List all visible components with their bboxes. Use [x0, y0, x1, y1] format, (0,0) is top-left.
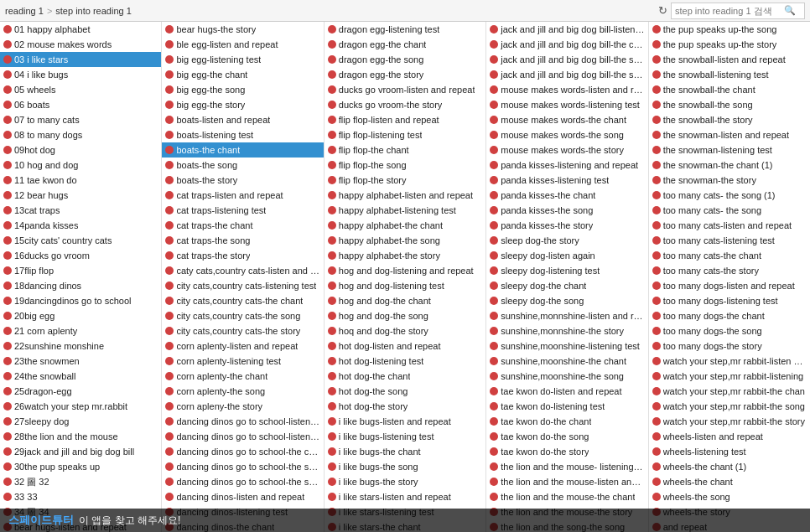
list-item[interactable]: dancing dinos go to school-listening tes…	[162, 429, 323, 444]
list-item[interactable]: corn aplenty-listening test	[162, 354, 323, 369]
list-item[interactable]: too many dogs-listening test	[649, 293, 810, 308]
list-item[interactable]: jack and jill and big dog bill-the story	[486, 67, 647, 82]
list-item[interactable]: hog and dog-listening test	[325, 278, 485, 293]
list-item[interactable]: mouse makes words-the song	[486, 127, 647, 142]
list-item[interactable]: boats-listen and repeat	[162, 112, 323, 127]
list-item[interactable]: too many cats-the chant	[649, 248, 810, 263]
list-item[interactable]: tae kwon do-the chant	[486, 414, 647, 429]
list-item[interactable]: sunshine,monnshine-listen and repeat	[486, 308, 647, 323]
list-item[interactable]: sleepy dog-the song	[486, 293, 647, 308]
list-item[interactable]: ble egg-listen and repeat	[162, 37, 323, 52]
list-item[interactable]: cat traps-listening test	[162, 203, 323, 218]
list-item[interactable]: 05 wheels	[0, 82, 161, 97]
list-item[interactable]: big egg-listening test	[162, 52, 323, 67]
list-item[interactable]: 17flip flop	[0, 263, 161, 278]
list-item[interactable]: the snowball-listening test	[649, 67, 810, 82]
list-item[interactable]: too many dogs-the song	[649, 323, 810, 338]
list-item[interactable]: cat traps-listen and repeat	[162, 188, 323, 203]
breadcrumb-step[interactable]: step into reading 1	[55, 6, 132, 16]
list-item[interactable]: too many cats- the song (1)	[649, 188, 810, 203]
list-item[interactable]: i like bugs-the story	[325, 474, 485, 489]
list-item[interactable]: 07 to many cats	[0, 112, 161, 127]
list-item[interactable]: 09hot dog	[0, 142, 161, 158]
list-item[interactable]: the snowman-listen and repeat	[649, 127, 810, 142]
list-item[interactable]: 11 tae kwon do	[0, 173, 161, 188]
list-item[interactable]: corn aplenty-listen and repeat	[162, 338, 323, 354]
list-item[interactable]: 27sleepy dog	[0, 414, 161, 429]
list-item[interactable]: sleep dog-the story	[486, 233, 647, 248]
list-item[interactable]: the snowman-the chant (1)	[649, 158, 810, 173]
list-item[interactable]: the snowball-the song	[649, 97, 810, 112]
list-item[interactable]: watch your step,mr rabbit-the story	[649, 414, 810, 429]
list-item[interactable]: boats-the song	[162, 158, 323, 173]
list-item[interactable]: too many cats- the song	[649, 203, 810, 218]
list-item[interactable]: the lion and the mouse-the chant	[486, 489, 647, 504]
list-item[interactable]: dancing dinos go to school-the chant	[162, 444, 323, 459]
list-item[interactable]: dancing dinos-listen and repeat	[162, 489, 323, 504]
list-item[interactable]: too many dogs-listen and repeat	[649, 278, 810, 293]
list-item[interactable]: mouse makes words-listen and repeat	[486, 82, 647, 97]
list-item[interactable]: watch your step,mr rabbit-listen and	[649, 354, 810, 369]
list-item[interactable]: 10 hog and dog	[0, 158, 161, 173]
list-item[interactable]: flip flop-the song	[325, 158, 485, 173]
list-item[interactable]: city cats,country cats-the story	[162, 323, 323, 338]
list-item[interactable]: bear hugs-the story	[162, 22, 323, 37]
list-item[interactable]: too many cats-listen and repeat	[649, 218, 810, 233]
list-item[interactable]: i like stars-listen and repeat	[325, 489, 485, 504]
list-item[interactable]: too many dogs-the chant	[649, 308, 810, 323]
list-item[interactable]: hog and dog-listening and repeat	[325, 263, 485, 278]
list-item[interactable]: tae kwon do-the song	[486, 429, 647, 444]
list-item[interactable]: watch your step,mr rabbit-the chan	[649, 384, 810, 399]
list-item[interactable]: i like bugs-the chant	[325, 444, 485, 459]
list-item[interactable]: dancing dinos go to school-the song	[162, 459, 323, 474]
list-item[interactable]: 32 圖 32	[0, 474, 161, 489]
list-item[interactable]: wheels-the song	[649, 489, 810, 504]
list-item[interactable]: jack and jill and big dog bill-listening…	[486, 22, 647, 37]
list-item[interactable]: tae kwon do-listening test	[486, 399, 647, 414]
list-item[interactable]: dragon egg-the song	[325, 52, 485, 67]
list-item[interactable]: flip flop-listening test	[325, 127, 485, 142]
list-item[interactable]: panda kisses-listening and repeat	[486, 158, 647, 173]
list-item[interactable]: sunshine,moonshine-the chant	[486, 354, 647, 369]
list-item[interactable]: 14panda kisses	[0, 218, 161, 233]
list-item[interactable]: wheels-listen and repeat	[649, 429, 810, 444]
list-item[interactable]: 30the pup speaks up	[0, 459, 161, 474]
list-item[interactable]: 23the snowmen	[0, 354, 161, 369]
list-item[interactable]: jack and jill and big dog bill-the chant	[486, 37, 647, 52]
search-input[interactable]	[675, 6, 784, 16]
list-item[interactable]: 19dancingdinos go to school	[0, 293, 161, 308]
list-item[interactable]: tae kwon do-the story	[486, 444, 647, 459]
list-item[interactable]: panda kisses-the song	[486, 203, 647, 218]
list-item[interactable]: happy alphabet-listen and repeat	[325, 188, 485, 203]
list-item[interactable]: sleepy dog-listen again	[486, 248, 647, 263]
list-item[interactable]: hog and dog-the chant	[325, 293, 485, 308]
list-item[interactable]: big egg-the song	[162, 82, 323, 97]
list-item[interactable]: sunshine,moonshine-listening test	[486, 338, 647, 354]
list-item[interactable]: tae kwon do-listen and repeat	[486, 384, 647, 399]
list-item[interactable]: the snowball-the story	[649, 112, 810, 127]
list-item[interactable]: dragon egg-the story	[325, 67, 485, 82]
list-item[interactable]: the lion and the mouse- listening test	[486, 459, 647, 474]
list-item[interactable]: 21 corn aplenty	[0, 323, 161, 338]
list-item[interactable]: cat traps-the story	[162, 248, 323, 263]
list-item[interactable]: 33 33	[0, 489, 161, 504]
list-item[interactable]: the pup speaks up-the song	[649, 22, 810, 37]
list-item[interactable]: 15city cats' country cats	[0, 233, 161, 248]
list-item[interactable]: sunshine,moonshine-the song	[486, 369, 647, 384]
list-item[interactable]: 16ducks go vroom	[0, 248, 161, 263]
list-item[interactable]: jack and jill and big dog bill-the song	[486, 52, 647, 67]
list-item[interactable]: mouse makes words-the chant	[486, 112, 647, 127]
list-item[interactable]: happy alphabet-the story	[325, 248, 485, 263]
list-item[interactable]: the pup speaks up-the story	[649, 37, 810, 52]
list-item[interactable]: wheels-listening test	[649, 444, 810, 459]
list-item[interactable]: cat traps-the chant	[162, 218, 323, 233]
list-item[interactable]: watch your step,mr rabbit-the song	[649, 399, 810, 414]
list-item[interactable]: city cats,country cats-the chant	[162, 293, 323, 308]
list-item[interactable]: the snowball-the chant	[649, 82, 810, 97]
list-item[interactable]: too many cats-listening test	[649, 233, 810, 248]
list-item[interactable]: hoq and dog-the story	[325, 323, 485, 338]
list-item[interactable]: flip flop-listen and repeat	[325, 112, 485, 127]
list-item[interactable]: hot dog-the song	[325, 384, 485, 399]
refresh-button[interactable]: ↻	[658, 4, 667, 17]
list-item[interactable]: dragon egg-listening test	[325, 22, 485, 37]
